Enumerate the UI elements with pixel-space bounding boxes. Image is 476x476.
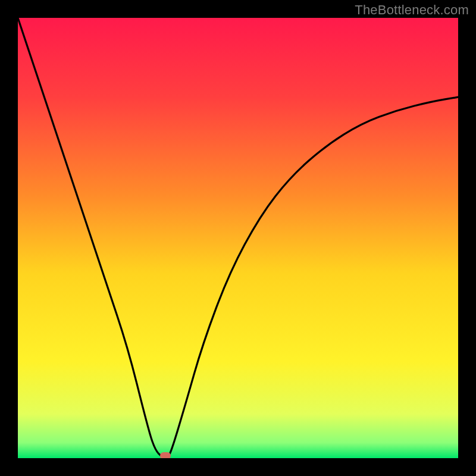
chart-frame: TheBottleneck.com [0, 0, 476, 476]
watermark-text: TheBottleneck.com [355, 2, 469, 18]
plot-area [18, 18, 458, 458]
bottleneck-curve [18, 18, 458, 458]
optimal-marker [160, 452, 171, 458]
curve-layer [18, 18, 458, 458]
